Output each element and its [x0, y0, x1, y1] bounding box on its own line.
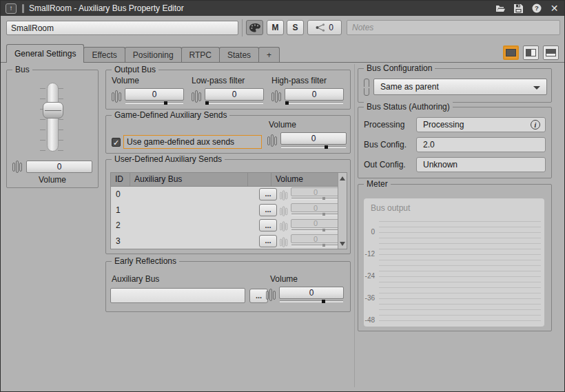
er-aux-bus-label: Auxiliary Bus — [112, 274, 159, 284]
save-icon[interactable] — [513, 3, 524, 13]
tab-states[interactable]: States — [219, 47, 259, 63]
output-volume-label: Volume — [112, 76, 184, 85]
bus-config-value: 2.0 — [416, 137, 546, 152]
lowpass-filter-value[interactable]: 0 — [205, 88, 264, 101]
user-defined-group-title: User-Defined Auxiliary Sends — [112, 154, 225, 164]
bus-volume-slider-knob[interactable] — [43, 102, 63, 118]
output-volume-value[interactable]: 0 — [125, 88, 184, 101]
game-defined-volume-label: Volume — [269, 120, 296, 130]
pin-arrow-glyph: ↑ — [10, 5, 13, 12]
out-config-value: Unknown — [416, 157, 546, 172]
early-reflections-group: Early Reflections Auxiliary Bus Volume .… — [105, 261, 351, 312]
lowpass-filter-minislider[interactable] — [205, 101, 264, 105]
row-id: 1 — [111, 205, 130, 215]
layout-split-vertical-button[interactable] — [523, 45, 539, 60]
rtpc-indicator-icon[interactable] — [271, 88, 283, 105]
browse-aux-bus-button[interactable]: ... — [259, 204, 277, 216]
link-indicator-icon[interactable] — [364, 79, 369, 96]
column-header-auxiliary-bus[interactable]: Auxiliary Bus — [130, 173, 247, 186]
notes-input[interactable] — [347, 20, 560, 35]
mute-button[interactable]: M — [267, 20, 284, 35]
help-icon[interactable]: ? — [531, 3, 542, 13]
bus-configuration-dropdown[interactable]: Same as parent — [373, 79, 547, 95]
scroll-down-icon[interactable] — [338, 239, 347, 248]
tab-effects[interactable]: Effects — [83, 47, 125, 63]
titlebar[interactable]: ↑ SmallRoom - Auxiliary Bus Property Edi… — [1, 1, 564, 16]
shareset-count: 0 — [329, 23, 333, 32]
meter-group: Meter Bus output 0 -12 -24 -36 -48 — [358, 184, 552, 331]
output-volume-minislider[interactable] — [125, 101, 184, 105]
row-volume-value: 0 — [291, 187, 340, 196]
row-volume-minislider — [291, 228, 340, 232]
row-volume-minislider — [291, 212, 340, 216]
bus-config-label: Bus Config. — [364, 140, 416, 149]
toolbar: M S 0 — [1, 16, 564, 41]
scroll-up-icon[interactable] — [338, 174, 347, 183]
column-header-volume[interactable]: Volume — [271, 173, 338, 186]
er-aux-bus-field[interactable] — [110, 288, 245, 303]
bus-group-title: Bus — [12, 65, 32, 74]
table-row[interactable]: 2 ... 0 — [111, 218, 347, 234]
toolbar-separator — [242, 19, 243, 37]
meter-gridlines — [379, 221, 541, 322]
slider-ticks-left — [40, 88, 45, 152]
pane-splitter[interactable] — [354, 64, 355, 387]
auxiliary-bus-property-editor-window: ↑ SmallRoom - Auxiliary Bus Property Edi… — [0, 0, 565, 392]
row-volume-value: 0 — [291, 219, 340, 228]
tab-positioning[interactable]: Positioning — [125, 47, 182, 63]
table-scrollbar[interactable] — [338, 173, 347, 249]
row-volume-value: 0 — [291, 203, 340, 212]
browse-aux-bus-button[interactable]: ... — [259, 219, 277, 231]
row-id: 0 — [111, 189, 130, 199]
close-icon[interactable]: ✕ — [549, 3, 559, 13]
split-vertical-icon — [526, 49, 536, 56]
rtpc-indicator-icon[interactable] — [266, 287, 278, 303]
column-header-id[interactable]: ID — [111, 173, 130, 186]
er-volume-value[interactable]: 0 — [279, 287, 344, 299]
split-horizontal-icon — [546, 49, 556, 56]
bus-volume-value[interactable]: 0 — [26, 161, 92, 173]
table-row[interactable]: 1 ... 0 — [111, 202, 347, 218]
game-defined-group-title: Game-Defined Auxiliary Sends — [112, 110, 229, 120]
out-config-label: Out Config. — [364, 160, 416, 169]
solo-label: S — [292, 23, 298, 32]
aux-sends-table-header: ID Auxiliary Bus Volume — [111, 173, 347, 187]
highpass-filter-minislider[interactable] — [285, 101, 344, 105]
table-row[interactable]: 3 ... 0 — [111, 233, 347, 249]
use-game-defined-checkbox[interactable]: ✓ — [112, 138, 121, 147]
open-folder-icon[interactable] — [495, 3, 506, 13]
mute-label: M — [272, 23, 279, 32]
tab-rtpc[interactable]: RTPC — [181, 47, 220, 63]
tab-add-button[interactable]: + — [258, 47, 280, 63]
layout-split-horizontal-button[interactable] — [543, 45, 559, 60]
rtpc-indicator-icon[interactable] — [112, 88, 123, 105]
bus-configuration-group-title: Bus Configuration — [364, 63, 435, 73]
er-browse-aux-bus-button[interactable]: ... — [249, 289, 268, 303]
use-game-defined-checkbox-label[interactable]: Use game-defined aux sends — [123, 135, 262, 149]
lowpass-filter-label: Low-pass filter — [192, 76, 264, 85]
layout-single-pane-button[interactable] — [503, 45, 519, 60]
game-defined-volume-minislider[interactable] — [280, 145, 347, 149]
rtpc-indicator-icon — [280, 205, 288, 216]
game-defined-aux-sends-group: Game-Defined Auxiliary Sends Volume ✓ Us… — [105, 115, 351, 154]
game-defined-volume-value[interactable]: 0 — [280, 132, 347, 145]
tab-general-settings[interactable]: General Settings — [6, 44, 84, 63]
er-volume-minislider[interactable] — [279, 299, 344, 304]
early-reflections-group-title: Early Reflections — [112, 256, 179, 266]
table-row[interactable]: 0 ... 0 — [111, 187, 347, 203]
browse-aux-bus-button[interactable]: ... — [259, 235, 277, 247]
meter-tick-label: 0 — [364, 228, 375, 236]
rtpc-indicator-icon[interactable] — [12, 158, 24, 175]
column-header-browse[interactable] — [247, 173, 271, 186]
object-name-input[interactable] — [6, 21, 238, 35]
color-palette-button[interactable] — [246, 20, 263, 35]
float-pin-icon[interactable]: ↑ — [6, 3, 17, 14]
rtpc-indicator-icon[interactable] — [267, 132, 279, 149]
browse-aux-bus-button[interactable]: ... — [259, 188, 277, 200]
info-icon[interactable]: i — [531, 120, 540, 130]
share-icon — [316, 23, 325, 32]
solo-button[interactable]: S — [287, 20, 304, 35]
highpass-filter-value[interactable]: 0 — [285, 88, 344, 101]
rtpc-indicator-icon[interactable] — [192, 88, 203, 105]
sharesets-button[interactable]: 0 — [307, 20, 342, 35]
